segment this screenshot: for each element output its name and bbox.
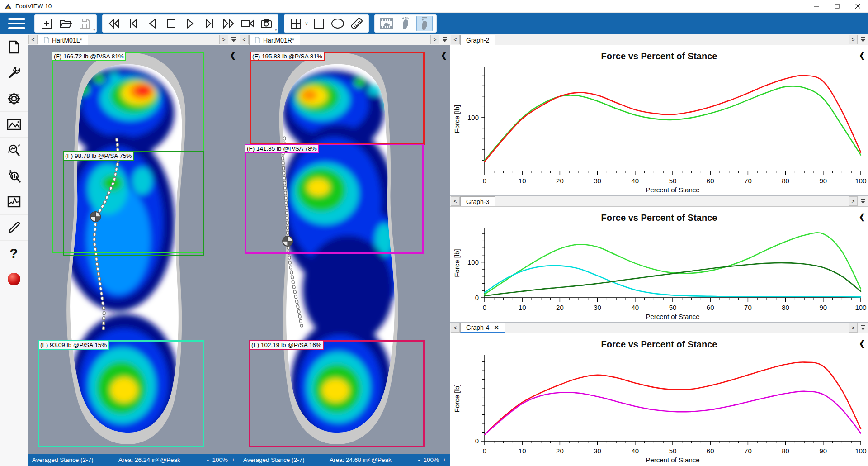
tab-scroll-right-button[interactable]: > <box>849 323 858 333</box>
tab-label: HartM01L* <box>52 37 82 44</box>
titlebar: FootVIEW 10 <box>0 0 868 13</box>
step-first-button[interactable] <box>125 16 142 31</box>
minimize-button[interactable] <box>806 0 826 12</box>
region-box-heel[interactable] <box>249 340 425 447</box>
collapse-panel-icon[interactable]: ❮ <box>230 51 236 60</box>
tab-hartm01l[interactable]: HartM01L* <box>38 35 88 45</box>
region-box-forefoot[interactable] <box>250 52 425 145</box>
svg-text:Percent of Stance: Percent of Stance <box>646 313 699 320</box>
step-last-button[interactable] <box>201 16 217 31</box>
play-reverse-button[interactable] <box>144 16 160 31</box>
footprint-timeline-view-button[interactable] <box>416 16 433 31</box>
zoom-out-button[interactable]: - <box>418 456 420 463</box>
tab-menu-button[interactable] <box>859 35 868 44</box>
fast-forward-button[interactable] <box>220 16 236 31</box>
tab-scroll-left-button[interactable]: < <box>451 323 460 333</box>
tab-scroll-left-button[interactable]: < <box>451 35 460 44</box>
tab-graph-2[interactable]: Graph-2 <box>460 35 495 45</box>
stop-button[interactable] <box>163 16 179 31</box>
sidebar-item-help[interactable]: ? <box>0 241 28 266</box>
svg-text:80: 80 <box>782 177 789 185</box>
stance-label: Averaged Stance (2-7) <box>243 456 305 463</box>
menu-icon[interactable] <box>5 14 29 33</box>
tab-scroll-left-button[interactable]: < <box>451 196 460 206</box>
tab-scroll-right-button[interactable]: > <box>219 35 228 44</box>
tab-hartm01r[interactable]: HartM01R* <box>249 35 300 45</box>
graph-3-tabstrip: < Graph-3 > <box>450 196 868 207</box>
rectangle-tool-button[interactable] <box>311 16 327 31</box>
tab-scroll-right-button[interactable]: > <box>430 35 439 44</box>
tab-graph-4[interactable]: Graph-4 ✕ <box>460 323 505 333</box>
tab-menu-button[interactable] <box>859 323 868 333</box>
graph-title: Force vs Percent of Stance <box>450 213 868 223</box>
tab-scroll-right-button[interactable]: > <box>849 196 858 206</box>
tab-menu-button[interactable] <box>440 35 449 44</box>
svg-text:0: 0 <box>483 177 486 185</box>
zoom-in-button[interactable]: + <box>231 456 235 463</box>
sidebar-item-tools[interactable] <box>0 60 28 86</box>
file-toolbar-group: ˅ <box>34 14 97 33</box>
svg-text:Force [lb]: Force [lb] <box>453 105 461 133</box>
svg-text:30: 30 <box>594 177 601 185</box>
footprint-view-button[interactable] <box>397 16 414 31</box>
grid-layout-dropdown-icon[interactable]: ˅ <box>305 21 308 26</box>
playback-group-chevron-icon[interactable]: ˅ <box>275 28 277 32</box>
chevron-down-icon <box>443 39 447 42</box>
ellipse-tool-button[interactable] <box>330 16 346 31</box>
collapse-panel-icon[interactable]: ❮ <box>859 212 865 222</box>
collapse-panel-icon[interactable]: ❮ <box>859 51 865 60</box>
ruler-tool-button[interactable] <box>349 16 365 31</box>
svg-text:50: 50 <box>669 304 677 311</box>
series-right-total-force <box>485 362 861 434</box>
collapse-panel-icon[interactable]: ❮ <box>859 339 865 348</box>
open-file-button[interactable] <box>57 16 74 31</box>
collapse-panel-icon[interactable]: ❮ <box>441 51 447 60</box>
sidebar-item-chart[interactable] <box>0 189 28 215</box>
svg-text:30: 30 <box>594 304 601 311</box>
zoom-out-button[interactable]: - <box>207 456 209 463</box>
pressure-movie-button[interactable] <box>378 16 395 31</box>
region-box-midfoot[interactable] <box>245 144 424 254</box>
sidebar-item-subject-analysis[interactable] <box>0 163 28 189</box>
tab-menu-button[interactable] <box>859 196 868 206</box>
grid-layout-button[interactable] <box>288 16 304 31</box>
graph-4-tabstrip: < Graph-4 ✕ > <box>450 323 868 333</box>
maximize-button[interactable] <box>826 0 847 12</box>
svg-text:100: 100 <box>855 304 866 311</box>
app-logo-icon <box>5 3 12 10</box>
sidebar-item-document[interactable] <box>0 34 28 60</box>
rewind-button[interactable] <box>106 16 123 31</box>
sidebar-item-record[interactable] <box>0 266 28 292</box>
close-tab-icon[interactable]: ✕ <box>494 324 499 331</box>
graph-4-plot: 01020304050607080901000Percent of Stance… <box>450 350 868 466</box>
foot-view-group <box>374 14 437 33</box>
chevron-down-icon <box>231 39 236 42</box>
save-button[interactable] <box>76 16 93 31</box>
tab-menu-button[interactable] <box>229 35 238 44</box>
file-group-chevron-icon[interactable]: ˅ <box>93 28 95 32</box>
region-box-heel[interactable] <box>38 340 204 447</box>
video-record-button[interactable] <box>239 16 255 31</box>
graph-3-plot: 01020304050607080901000100Percent of Sta… <box>450 223 868 322</box>
document-icon <box>44 37 49 43</box>
sidebar-item-settings[interactable] <box>0 86 28 112</box>
tab-graph-3[interactable]: Graph-3 <box>460 196 495 206</box>
tab-scroll-right-button[interactable]: > <box>849 35 858 44</box>
graph-2-plot: 0102030405060708090100100Percent of Stan… <box>450 62 868 195</box>
svg-text:100: 100 <box>467 114 479 121</box>
region-box-midfoot[interactable] <box>63 151 204 256</box>
new-document-button[interactable] <box>38 16 55 31</box>
snapshot-button[interactable] <box>258 16 274 31</box>
svg-text:40: 40 <box>631 304 639 311</box>
sidebar-item-inspect-data[interactable] <box>0 138 28 163</box>
play-button[interactable] <box>182 16 198 31</box>
sidebar-item-image[interactable] <box>0 112 28 138</box>
tab-scroll-left-button[interactable]: < <box>28 35 38 44</box>
zoom-in-button[interactable]: + <box>443 456 446 463</box>
sidebar-item-annotate[interactable] <box>0 215 28 241</box>
close-button[interactable] <box>847 0 868 12</box>
svg-text:40: 40 <box>631 447 639 455</box>
svg-text:0: 0 <box>483 304 486 311</box>
tab-scroll-left-button[interactable]: < <box>240 35 249 44</box>
record-icon <box>8 273 20 285</box>
